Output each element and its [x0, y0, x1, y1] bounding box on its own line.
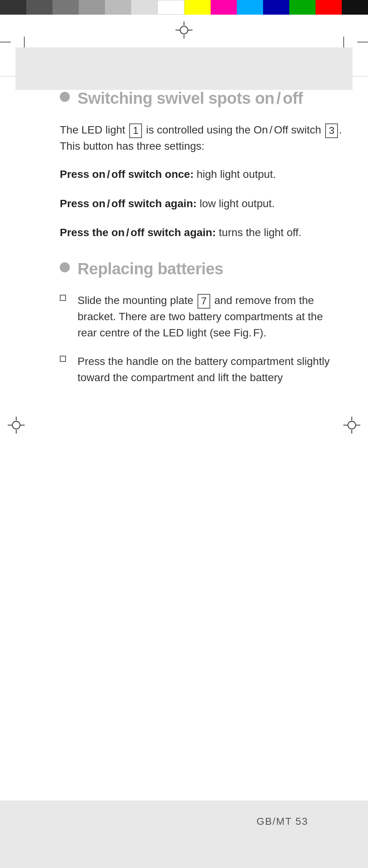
body-text-2: is controlled using the On / Off switch	[146, 124, 321, 136]
section1-heading: Switching swivel spots on / off	[60, 89, 345, 108]
crosshair-top	[176, 22, 192, 39]
press-again-label: Press on / off switch again:	[60, 198, 197, 209]
svg-point-5	[12, 421, 20, 429]
swatch-1	[0, 0, 26, 15]
section2-heading: Replacing batteries	[60, 259, 345, 279]
press-third-block: Press the on / off switch again: turns t…	[60, 225, 345, 240]
main-content: Switching swivel spots on / off The LED …	[60, 89, 345, 799]
page-number: GB/MT 53	[257, 816, 308, 827]
list-bullet-2	[60, 356, 66, 362]
gray-band-top	[15, 47, 353, 90]
press-third-text: Press the on / off switch again: turns t…	[60, 225, 345, 240]
press-again-desc: low light output.	[197, 198, 275, 209]
press-once-text: Press on / off switch once: high light o…	[60, 167, 345, 182]
reg-mark-tl-v	[24, 37, 25, 47]
list-text-1: Slide the mounting plate 7 and remove fr…	[78, 292, 345, 341]
crosshair-left	[8, 417, 25, 434]
swatch-3	[52, 0, 79, 15]
footer-band	[0, 800, 368, 868]
section2-bullet	[60, 262, 70, 272]
press-once-label: Press on / off switch once:	[60, 168, 194, 180]
reg-mark-tr-v	[343, 37, 344, 47]
crosshair-right	[343, 417, 360, 434]
color-bar	[0, 0, 368, 15]
list-items: Slide the mounting plate 7 and remove fr…	[60, 292, 345, 386]
led-ref-box: 1	[129, 123, 142, 138]
list-item-1: Slide the mounting plate 7 and remove fr…	[60, 292, 345, 341]
swatch-12	[289, 0, 316, 15]
item1-text: Slide the mounting plate	[78, 294, 193, 306]
swatch-10	[237, 0, 263, 15]
section2-title: Replacing batteries	[78, 259, 223, 279]
list-bullet-1	[60, 295, 66, 301]
list-item-2: Press the handle on the battery compartm…	[60, 353, 345, 386]
reg-mark-tr-h	[357, 42, 368, 42]
item1-ref-box: 7	[198, 294, 210, 308]
swatch-11	[263, 0, 289, 15]
swatch-14	[342, 0, 368, 15]
section1-title: Switching swivel spots on / off	[78, 89, 303, 108]
press-again-text: Press on / off switch again: low light o…	[60, 196, 345, 211]
press-third-desc: turns the light off.	[216, 226, 302, 238]
press-once-block: Press on / off switch once: high light o…	[60, 167, 345, 182]
press-once-desc: high light output.	[194, 168, 276, 180]
swatch-2	[26, 0, 52, 15]
swatch-7	[157, 0, 184, 15]
swatch-9	[211, 0, 237, 15]
swatch-4	[79, 0, 105, 15]
press-again-block: Press on / off switch again: low light o…	[60, 196, 345, 211]
swatch-13	[316, 0, 342, 15]
reg-mark-tl-h	[0, 42, 11, 42]
section1-bullet	[60, 92, 70, 102]
switch-ref-box: 3	[325, 123, 338, 138]
body-text-1: The LED light	[60, 124, 125, 136]
list-text-2: Press the handle on the battery compartm…	[78, 353, 345, 386]
press-third-label: Press the on / off switch again:	[60, 226, 216, 238]
swatch-6	[131, 0, 157, 15]
svg-point-10	[348, 421, 356, 429]
swatch-8	[184, 0, 211, 15]
swatch-5	[105, 0, 131, 15]
section1-body: The LED light 1 is controlled using the …	[60, 122, 345, 154]
svg-point-0	[180, 26, 188, 34]
